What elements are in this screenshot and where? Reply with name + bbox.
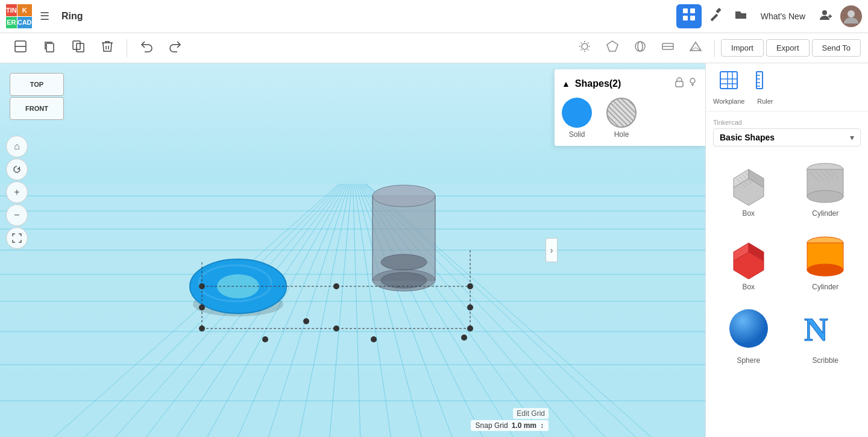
import-button[interactable]: Import	[721, 39, 764, 57]
undo-button[interactable]	[133, 36, 160, 61]
fit-view-button[interactable]	[6, 227, 28, 249]
shapes-panel-light-button[interactable]	[687, 77, 698, 90]
shape-label-cylinder-orange: Cylinder	[812, 283, 838, 291]
svg-point-85	[262, 336, 268, 342]
circle-view-button[interactable]	[627, 36, 653, 60]
shape-item-scribble-blue[interactable]: N N Scribble	[790, 301, 861, 368]
whats-new-button[interactable]: What's New	[755, 8, 811, 25]
delete-button[interactable]	[94, 36, 121, 61]
lock-icon	[674, 77, 685, 87]
light-icon-button[interactable]	[572, 36, 597, 60]
shapes-panel-header: ▲ Shapes(2)	[562, 77, 698, 90]
ruler-icon	[754, 69, 776, 95]
toolbar-right: Import Export Send To	[572, 36, 861, 60]
tinker-button[interactable]	[704, 4, 727, 28]
3d-viewport[interactable]: TOP FRONT ⌂ + −	[0, 63, 705, 437]
gallery-button[interactable]	[729, 5, 752, 28]
svg-rect-1	[690, 8, 695, 13]
svg-point-77	[199, 325, 205, 332]
main-area: TOP FRONT ⌂ + −	[0, 63, 868, 437]
svg-point-123	[807, 264, 843, 276]
hole-shape-option[interactable]: Hole	[606, 98, 637, 139]
copy-workplane-button[interactable]	[7, 36, 34, 61]
svg-point-112	[807, 190, 843, 203]
logo-cad: CAD	[17, 17, 32, 29]
shapes-panel-collapse-button[interactable]: ▲	[562, 79, 570, 89]
library-name: Basic Shapes	[720, 133, 775, 142]
solid-shape-option[interactable]: Solid	[562, 98, 592, 139]
toolbar-separator-1	[127, 39, 127, 57]
zoom-out-button[interactable]: −	[6, 204, 28, 226]
copy-icon	[42, 39, 57, 54]
view-controls: ⌂ + −	[6, 136, 28, 249]
copy-workplane-icon	[13, 39, 28, 54]
grid-view-button[interactable]	[676, 4, 702, 28]
send-to-button[interactable]: Send To	[812, 39, 861, 57]
logo-er: ER	[6, 17, 17, 29]
duplicate-button[interactable]	[65, 36, 92, 61]
zoom-in-button[interactable]: +	[6, 181, 28, 203]
add-user-icon	[819, 8, 833, 22]
svg-line-45	[353, 172, 651, 437]
shape-item-sphere-blue[interactable]: Sphere	[713, 301, 784, 368]
nav-cube[interactable]: TOP FRONT	[10, 73, 64, 127]
fit-icon	[12, 233, 22, 243]
workplane-icon	[718, 69, 740, 95]
library-selector[interactable]: Basic Shapes ▾	[713, 128, 861, 146]
shape-label-scribble-blue: Scribble	[813, 356, 838, 365]
pentagon-icon	[606, 40, 619, 53]
copy-button[interactable]	[36, 36, 63, 61]
add-user-button[interactable]	[814, 4, 838, 29]
perspective-view-button[interactable]	[683, 36, 708, 60]
svg-point-87	[461, 335, 467, 341]
rotate-icon	[11, 164, 22, 175]
right-panel: Workplane Ruler Tinkercad	[705, 63, 868, 437]
shapes-panel-lock-button[interactable]	[674, 77, 685, 90]
svg-marker-26	[0, 184, 705, 437]
shape-label-cylinder-gray: Cylinder	[812, 209, 838, 218]
nav-cube-front[interactable]: FRONT	[10, 97, 64, 120]
svg-line-38	[353, 172, 398, 437]
svg-line-33	[217, 172, 353, 437]
shape-label-box-gray: Box	[742, 209, 755, 218]
svg-line-36	[326, 172, 353, 437]
svg-point-80	[467, 283, 473, 289]
svg-line-43	[353, 172, 579, 437]
svg-line-35	[289, 172, 353, 437]
svg-point-9	[848, 10, 855, 17]
flat-view-button[interactable]	[655, 36, 681, 60]
svg-line-34	[253, 172, 353, 437]
solid-circle	[562, 98, 592, 128]
panel-toggle-button[interactable]: ›	[546, 238, 558, 262]
shape-item-cylinder-orange[interactable]: Cylinder	[790, 227, 861, 295]
tinkercad-logo[interactable]: TIN K ER CAD	[6, 4, 30, 28]
edit-grid-button[interactable]: Edit Grid	[513, 408, 549, 419]
right-panel-tools: Workplane Ruler	[706, 63, 868, 112]
workplane-tool[interactable]: Workplane	[713, 69, 744, 105]
circle-view-icon	[634, 40, 647, 53]
snap-grid-control[interactable]: Snap Grid 1.0 mm ↕	[471, 420, 549, 431]
home-view-button[interactable]: ⌂	[6, 136, 28, 157]
shape-item-box-red[interactable]: Box	[713, 227, 784, 295]
library-dropdown-arrow: ▾	[850, 133, 854, 142]
svg-point-78	[467, 325, 473, 332]
svg-point-61	[217, 274, 259, 298]
nav-cube-top[interactable]: TOP	[10, 73, 64, 96]
svg-rect-4	[710, 14, 718, 21]
pentagon-view-button[interactable]	[600, 36, 625, 60]
duplicate-icon	[71, 39, 86, 54]
shapes-grid: Box	[713, 154, 861, 368]
shape-item-box-gray[interactable]: Box	[713, 154, 784, 221]
svg-line-40	[353, 172, 470, 437]
hamburger-menu-button[interactable]: ☰	[35, 6, 54, 27]
rotate-view-button[interactable]	[6, 159, 28, 180]
redo-button[interactable]	[162, 36, 189, 61]
perspective-view-icon	[689, 40, 702, 53]
svg-line-32	[181, 172, 353, 437]
hole-label: Hole	[614, 130, 629, 139]
ruler-tool[interactable]: Ruler	[754, 69, 776, 105]
user-avatar[interactable]	[840, 5, 862, 27]
shape-item-cylinder-gray[interactable]: Cylinder	[790, 154, 861, 221]
export-button[interactable]: Export	[766, 39, 810, 57]
shapes-panel: ▲ Shapes(2) Soli	[555, 69, 705, 146]
